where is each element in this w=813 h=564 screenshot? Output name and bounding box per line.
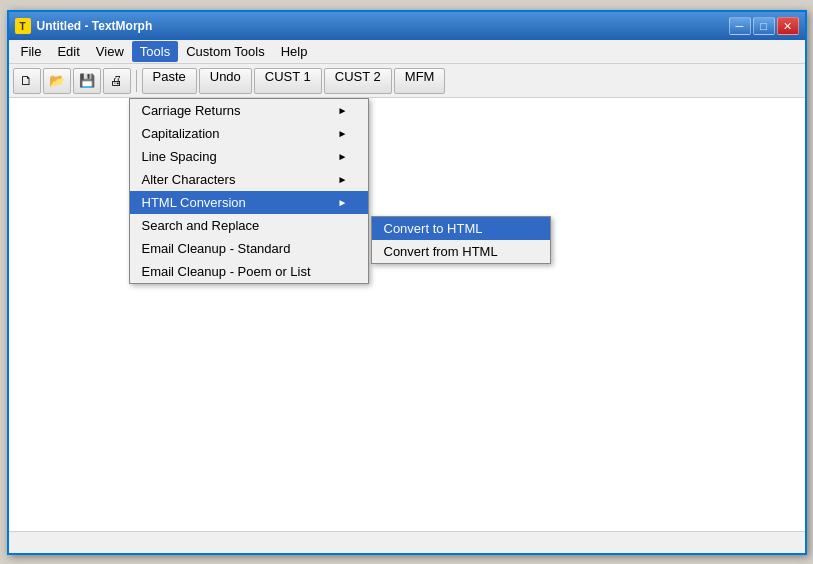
menu-item-help[interactable]: Help [273, 41, 316, 62]
title-bar-left: T Untitled - TextMorph [15, 18, 153, 34]
cust2-button[interactable]: CUST 2 [324, 68, 392, 94]
submenu-arrow-icon: ► [338, 197, 348, 208]
open-button[interactable]: 📂 [43, 68, 71, 94]
new-icon: 🗋 [20, 73, 33, 88]
close-button[interactable]: ✕ [777, 17, 799, 35]
menu-item-edit[interactable]: Edit [49, 41, 87, 62]
window-title: Untitled - TextMorph [37, 19, 153, 33]
toolbar-separator [136, 70, 137, 92]
save-icon: 💾 [79, 73, 95, 88]
toolbar: 🗋 📂 💾 🖨 Paste Undo CUST 1 CUST 2 MFM [9, 64, 805, 98]
minimize-button[interactable]: ─ [729, 17, 751, 35]
app-icon: T [15, 18, 31, 34]
menu-bar: File Edit View Tools Custom Tools Help [9, 40, 805, 64]
tools-menu-search-replace[interactable]: Search and Replace [130, 214, 368, 237]
submenu-convert-from-html[interactable]: Convert from HTML [372, 240, 550, 263]
menu-item-file[interactable]: File [13, 41, 50, 62]
submenu-arrow-icon: ► [338, 174, 348, 185]
undo-button[interactable]: Undo [199, 68, 252, 94]
tools-dropdown-menu: Carriage Returns ► Capitalization ► Line… [129, 98, 369, 284]
tools-menu-email-poem[interactable]: Email Cleanup - Poem or List [130, 260, 368, 283]
print-button[interactable]: 🖨 [103, 68, 131, 94]
title-bar-buttons: ─ □ ✕ [729, 17, 799, 35]
submenu-convert-to-html[interactable]: Convert to HTML [372, 217, 550, 240]
submenu-arrow-icon: ► [338, 128, 348, 139]
tools-menu-email-standard[interactable]: Email Cleanup - Standard [130, 237, 368, 260]
tools-menu-carriage-returns[interactable]: Carriage Returns ► [130, 99, 368, 122]
main-window: T Untitled - TextMorph ─ □ ✕ File Edit V… [7, 10, 807, 555]
tools-menu-html-conversion[interactable]: HTML Conversion ► [130, 191, 368, 214]
maximize-button[interactable]: □ [753, 17, 775, 35]
mfm-button[interactable]: MFM [394, 68, 446, 94]
status-bar [9, 531, 805, 553]
main-content: Carriage Returns ► Capitalization ► Line… [9, 98, 805, 531]
tools-menu-alter-characters[interactable]: Alter Characters ► [130, 168, 368, 191]
new-button[interactable]: 🗋 [13, 68, 41, 94]
tools-menu-capitalization[interactable]: Capitalization ► [130, 122, 368, 145]
save-button[interactable]: 💾 [73, 68, 101, 94]
submenu-arrow-icon: ► [338, 105, 348, 116]
submenu-arrow-icon: ► [338, 151, 348, 162]
cust1-button[interactable]: CUST 1 [254, 68, 322, 94]
tools-menu-line-spacing[interactable]: Line Spacing ► [130, 145, 368, 168]
paste-button[interactable]: Paste [142, 68, 197, 94]
print-icon: 🖨 [110, 73, 123, 88]
menu-item-tools[interactable]: Tools [132, 41, 178, 62]
html-conversion-submenu: Convert to HTML Convert from HTML [371, 216, 551, 264]
title-bar: T Untitled - TextMorph ─ □ ✕ [9, 12, 805, 40]
menu-item-view[interactable]: View [88, 41, 132, 62]
menu-item-custom-tools[interactable]: Custom Tools [178, 41, 273, 62]
open-icon: 📂 [49, 73, 65, 88]
